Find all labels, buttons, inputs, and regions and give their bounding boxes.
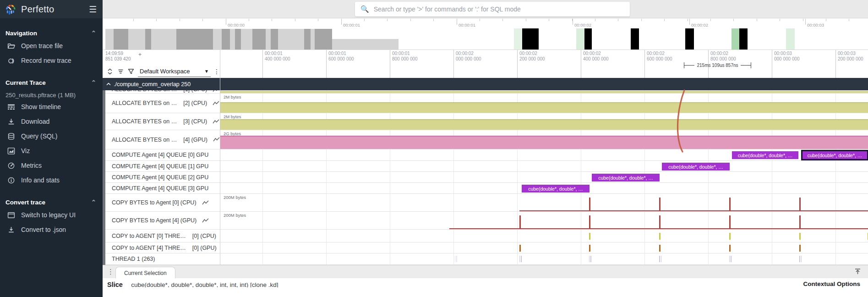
- event-dash: [729, 245, 731, 252]
- track-row-queue-2: cube(double*, double*, …COMPUTE Agent [4…: [103, 172, 868, 183]
- slice[interactable]: cube(double*, double*, …: [592, 174, 660, 182]
- minimap-tick-label: 00:00:02: [574, 22, 591, 28]
- track-panel-scrollbar[interactable]: [103, 90, 105, 265]
- track-area-alloc-clipped[interactable]: [220, 90, 868, 93]
- minimap-minor-tick: [849, 19, 849, 21]
- track-row-alloc-clipped: ALLOCATE BYTES on …[1] (CPU): [103, 90, 868, 94]
- sidebar: Perfetto ☰ Navigation⌃Open trace fileRec…: [0, 0, 103, 297]
- chevron-up-icon: [106, 82, 111, 86]
- track-area-alloc-4[interactable]: 2G bytes: [220, 130, 868, 149]
- minimap-tick-label: 00:00:00: [228, 22, 245, 28]
- track-name-thread-1[interactable]: THREAD 1 (263): [105, 253, 220, 264]
- ruler-tick-label: 00:00:02600 000 000: [647, 51, 672, 62]
- track-group-header[interactable]: ./compute_comm_overlap 250: [103, 78, 868, 90]
- counter-track-icon: [213, 101, 219, 106]
- sidebar-item-record-new-trace[interactable]: Record new trace: [0, 53, 103, 68]
- track-name-queue-1[interactable]: COMPUTE Agent [4] QUEUE [1] GPU: [105, 161, 220, 171]
- search-box[interactable]: 🔍: [355, 2, 630, 16]
- track-area-copy-agent-cpu[interactable]: [220, 230, 868, 242]
- tab-options-icon[interactable]: ⋮: [107, 268, 114, 276]
- track-name-copy-agent-cpu[interactable]: COPY to AGENT [0] THRE…[0] (CPU): [105, 230, 220, 242]
- track-name-tag: [4] (GPU): [183, 137, 207, 143]
- minimap-major-tick: [689, 19, 690, 25]
- track-area-queue-2[interactable]: cube(double*, double*, …: [220, 172, 868, 182]
- track-name-copy-agent-gpu[interactable]: COPY to AGENT [4] THRE…[0] (GPU): [105, 242, 220, 253]
- ruler-gridline: [326, 50, 327, 78]
- track-area-copy-agent-gpu[interactable]: [220, 242, 868, 253]
- sidebar-item-metrics[interactable]: Metrics: [0, 158, 103, 173]
- track-area-alloc-3[interactable]: 2M bytes: [220, 113, 868, 130]
- ruler-plus-button[interactable]: +: [138, 51, 142, 58]
- sidebar-section-heading[interactable]: Navigation⌃: [5, 29, 96, 37]
- collapse-tracks-icon[interactable]: [106, 68, 114, 75]
- track-name-alloc-2[interactable]: ALLOCATE BYTES on …[2] (CPU): [105, 94, 220, 113]
- track-name-queue-0[interactable]: COMPUTE Agent [4] QUEUE [0] GPU: [105, 149, 220, 160]
- track-name-queue-3[interactable]: COMPUTE Agent [4] QUEUE [3] GPU: [105, 183, 220, 193]
- track-name-copy-bytes-gpu[interactable]: COPY BYTES to Agent [4] (GPU): [105, 212, 220, 229]
- filter-funnel-icon[interactable]: [127, 68, 135, 75]
- download-alt-icon: [7, 226, 15, 234]
- minimap-minor-tick: [803, 19, 803, 21]
- download-icon: [7, 118, 15, 126]
- counter-fill: [220, 102, 868, 113]
- track-name-tag: [3] (CPU): [183, 118, 207, 125]
- track-area-queue-3[interactable]: cube(double*, double*, …: [220, 183, 868, 193]
- workspace-selector[interactable]: Default Workspace ▼: [138, 66, 211, 77]
- track-name-alloc-4[interactable]: ALLOCATE BYTES on …[4] (GPU): [105, 130, 220, 149]
- sidebar-item-open-trace-file[interactable]: Open trace file: [0, 38, 103, 53]
- minimap-slice-block: [584, 28, 592, 50]
- sidebar-item-query-sql-[interactable]: Query (SQL): [0, 129, 103, 143]
- expand-panel-icon[interactable]: [854, 268, 862, 275]
- track-name-alloc-clipped[interactable]: ALLOCATE BYTES on …[1] (CPU): [105, 90, 220, 93]
- sidebar-sections: Navigation⌃Open trace fileRecord new tra…: [0, 29, 103, 237]
- workspace-toolbar: Default Workspace ▼ ⋮: [103, 65, 220, 78]
- track-area-queue-0[interactable]: cube(double*, double*, …cube(double*, do…: [220, 149, 868, 160]
- track-area-queue-1[interactable]: cube(double*, double*, …: [220, 161, 868, 171]
- slice-selected[interactable]: cube(double*, double*, …: [801, 150, 868, 160]
- slice[interactable]: cube(double*, double*, …: [662, 163, 730, 170]
- counter-spike: [729, 215, 731, 228]
- tab-current-selection[interactable]: Current Selection: [115, 267, 175, 279]
- track-name-alloc-3[interactable]: ALLOCATE BYTES on …[3] (CPU): [105, 113, 220, 130]
- slice[interactable]: cube(double*, double*, …: [732, 151, 798, 159]
- minimap-minor-tick: [480, 19, 480, 21]
- track-area-alloc-2[interactable]: 2M bytes: [220, 94, 868, 113]
- minimap-activity-block: [235, 29, 241, 50]
- sidebar-item-switch-to-legacy-ui[interactable]: Switch to legacy UI: [0, 208, 103, 222]
- track-area-copy-bytes-cpu[interactable]: 200M bytes: [220, 194, 868, 211]
- counter-track-icon: [213, 119, 219, 124]
- filter-list-icon[interactable]: [117, 68, 124, 75]
- measure-dash: [741, 65, 751, 66]
- minimap-activity-block: [114, 29, 128, 50]
- search-input[interactable]: [374, 6, 624, 13]
- sidebar-item-download[interactable]: Download: [0, 114, 103, 129]
- workspace-more-options-icon[interactable]: ⋮: [213, 68, 220, 75]
- slice[interactable]: cube(double*, double*, …: [522, 185, 590, 192]
- timeline-overview-minimap[interactable]: 00:00:0000:00:0100:00:0100:00:0200:00:02…: [103, 19, 868, 50]
- minimap-activity-block: [252, 29, 266, 50]
- minimap-activity-block: [315, 29, 332, 50]
- sidebar-item-viz[interactable]: Viz: [0, 143, 103, 158]
- perfetto-logo-icon: [5, 3, 17, 16]
- track-name-copy-bytes-cpu[interactable]: COPY BYTES to Agent [0] (CPU): [105, 194, 220, 211]
- sidebar-section-heading[interactable]: Current Trace⌃: [5, 79, 96, 86]
- sidebar-section-heading[interactable]: Convert trace⌃: [5, 198, 96, 206]
- folder-open-icon: [7, 42, 15, 50]
- track-area-thread-1[interactable]: [220, 253, 868, 264]
- sidebar-item-show-timeline[interactable]: Show timeline: [0, 99, 103, 114]
- ruler-gridline: [453, 50, 454, 78]
- app-title: Perfetto: [21, 4, 87, 15]
- event-dash: [799, 245, 801, 252]
- track-area-copy-bytes-gpu[interactable]: 200M bytes: [220, 212, 868, 229]
- track-row-alloc-4: 2G bytesALLOCATE BYTES on …[4] (GPU): [103, 130, 868, 149]
- minimap-tick-label: 00:00:02: [691, 22, 708, 28]
- track-name-queue-2[interactable]: COMPUTE Agent [4] QUEUE [2] GPU: [105, 172, 220, 182]
- minimap-major-tick: [226, 19, 226, 25]
- counter-track-icon: [213, 137, 220, 142]
- sidebar-item-convert-to-json[interactable]: Convert to .json: [0, 222, 103, 237]
- counter-spike: [519, 215, 521, 228]
- minimap-minor-tick: [295, 19, 295, 21]
- minimap-minor-tick: [272, 19, 272, 21]
- sidebar-item-info-and-stats[interactable]: Info and stats: [0, 173, 103, 187]
- hamburger-menu-icon[interactable]: ☰: [87, 4, 98, 15]
